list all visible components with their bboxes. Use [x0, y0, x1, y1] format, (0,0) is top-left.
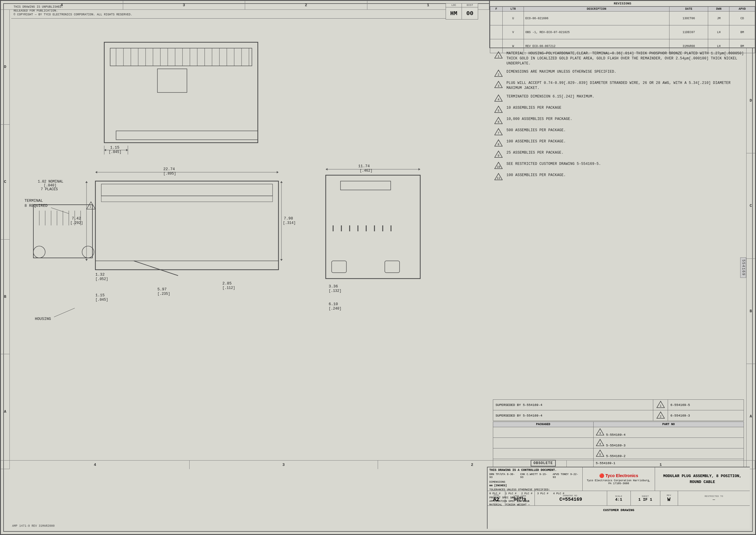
cage-value: 00779 — [514, 497, 526, 502]
rev-ltr: V — [502, 25, 524, 39]
note-symbol-9: 9 — [493, 150, 504, 158]
superseded-row-1: SUPERSEDED BY 5-554169-4 2 6-554169-3 — [493, 410, 744, 421]
svg-marker-27 — [126, 149, 128, 151]
drawing-container: 4 3 2 1 D C B A D C B A 4 3 2 1 THIS DRA… — [0, 0, 756, 535]
col-partno: PART NO — [593, 422, 743, 427]
dist-label: DIST — [462, 4, 478, 7]
svg-rect-55 — [332, 261, 346, 273]
rev-date: 11DEC07 — [669, 25, 708, 39]
controlled-doc-cell: THIS DRAWING IS A CONTROLLED DOCUMENT. D… — [488, 467, 583, 491]
svg-text:[.045]: [.045] — [109, 150, 122, 154]
svg-text:[.112]: [.112] — [222, 286, 235, 290]
part-nos-table: PACKAGED PART NO 3 5-554169-4 4 5-554169… — [493, 422, 744, 468]
sheet-cell: SHEET 1 IF 1 — [631, 491, 660, 505]
loc-label: LOC — [446, 4, 462, 7]
rev-col-ltr: LTR — [502, 7, 524, 12]
svg-text:5: 5 — [498, 109, 500, 113]
note-symbol-6: 6 — [493, 117, 504, 125]
revision-row: V OBS -1, REV-ECO-07-021025 11DEC07 LH B… — [490, 25, 755, 39]
header-block: THIS DRAWING IS UNPUBLISHED. RELEASED FO… — [11, 3, 472, 18]
loc-value: HM — [446, 7, 462, 19]
size-value: A2 — [493, 496, 500, 502]
note-text-4: TERMINATED DIMENSION 6.15[.242] MAXIMUM. — [506, 94, 594, 99]
partno-row-0: 3 5-554169-4 — [493, 427, 744, 438]
dist-value: 00 — [462, 7, 478, 19]
svg-text:7: 7 — [498, 132, 500, 135]
svg-text:22.74: 22.74 — [163, 167, 175, 171]
svg-rect-57 — [340, 181, 391, 190]
controlled-doc-text: THIS DRAWING IS A CONTROLLED DOCUMENT. — [489, 468, 580, 472]
svg-text:1.15: 1.15 — [95, 293, 104, 297]
drawing-no-value: C=554169 — [559, 497, 582, 502]
svg-text:[.240]: [.240] — [329, 307, 341, 311]
note-item-4: 4 TERMINATED DIMENSION 6.15[.242] MAXIMU… — [493, 94, 744, 102]
chk-info: CHK C.WHITT 9-15-93 — [520, 473, 550, 479]
svg-text:1.02 NOMINAL: 1.02 NOMINAL — [38, 180, 63, 184]
note-item-2: 2 DIMENSIONS ARE MAXIMUM UNLESS OTHERWIS… — [493, 70, 744, 77]
svg-text:1: 1 — [660, 405, 662, 408]
revisions-table: F LTR DESCRIPTION DATE DWN APVD U ECO-06… — [490, 7, 755, 53]
rev-f — [490, 25, 502, 39]
svg-text:HOUSING: HOUSING — [35, 317, 51, 321]
rev-col-dwn: DWN — [708, 7, 729, 12]
note-text-3: PLUG WILL ACCEPT 0.74-0.99[.029-.039] DI… — [506, 81, 744, 91]
scale-cell: SCALE 4:1 — [607, 491, 631, 505]
svg-text:TERMINAL: TERMINAL — [24, 199, 43, 203]
svg-text:6: 6 — [498, 121, 500, 124]
sup-text: SUPERSEDED BY 5-554169-4 — [493, 410, 653, 421]
sup-part: 6-554169-3 — [668, 410, 744, 421]
cage-cell: CAGE CODE 00779 — [505, 491, 535, 505]
note-text-9: 25 ASSEMBLIES PER PACKAGE. — [506, 150, 563, 155]
dim-label: DIMENSIONS — [489, 481, 580, 484]
restricted-value: — — [713, 497, 715, 502]
svg-text:7.98: 7.98 — [284, 216, 293, 221]
sup-text: SUPERSEDED BY 5-554169-4 — [493, 400, 653, 410]
part-name: MODULAR PLUG ASSEMBLY, 8 POSITION, ROUND… — [657, 473, 748, 485]
pkg-cell — [493, 438, 594, 448]
svg-text:7 PLACES: 7 PLACES — [41, 187, 58, 191]
note-symbol-8: 8 — [493, 139, 504, 147]
company-address: Tyco Electronics Corporation Harrisburg,… — [584, 479, 653, 485]
svg-text:7.42: 7.42 — [72, 216, 81, 221]
rev-description: OBS -1, REV-ECO-07-021025 — [524, 25, 669, 39]
pkg-cell — [493, 448, 594, 459]
note-item-11: 11 100 ASSEMBLIES PER PACKAGE. — [493, 173, 744, 181]
svg-text:10: 10 — [497, 165, 500, 169]
svg-marker-77 — [280, 259, 283, 261]
svg-line-33 — [134, 261, 178, 276]
svg-text:4: 4 — [498, 98, 500, 101]
svg-marker-69 — [85, 181, 88, 183]
svg-point-44 — [33, 246, 45, 258]
svg-rect-32 — [101, 196, 273, 202]
svg-text:5: 5 — [599, 453, 601, 456]
rev-apvd: CD — [729, 12, 755, 25]
note-item-8: 8 100 ASSEMBLIES PER PACKAGE. — [493, 139, 744, 147]
svg-marker-60 — [277, 171, 279, 173]
svg-text:1: 1 — [498, 55, 500, 58]
partno-row-1: 4 5-554169-3 — [493, 438, 744, 448]
superseded-table: SUPERSEDED BY 5-554169-4 1 6-554169-5 SU… — [493, 399, 744, 421]
svg-text:3: 3 — [498, 84, 500, 88]
sup-sym: 1 — [653, 400, 668, 410]
rev-col-date: DATE — [669, 7, 708, 12]
restricted-cell: RESTRICTED TO — — [678, 491, 750, 505]
svg-text:3.36: 3.36 — [329, 284, 338, 289]
rev-apvd: BM — [729, 25, 755, 39]
svg-text:2: 2 — [498, 73, 500, 76]
main-drawing: 1.15 [.045] — [16, 18, 468, 403]
note-text-1: MATERIAL: HOUSING—POLYCARBONATE,CLEAR. T… — [506, 51, 744, 66]
svg-text:[.132]: [.132] — [329, 289, 341, 293]
svg-marker-64 — [326, 168, 328, 170]
svg-text:1: 1 — [90, 205, 91, 209]
note-symbol-1: 1 — [493, 51, 504, 59]
svg-text:[.045]: [.045] — [95, 298, 108, 302]
rev-col-apvd: APVD — [729, 7, 755, 12]
svg-text:6.10: 6.10 — [329, 302, 338, 306]
zone-right-D: D — [746, 48, 755, 153]
note-symbol-4: 4 — [493, 94, 504, 102]
zone-A: A — [1, 354, 10, 469]
note-text-11: 100 ASSEMBLIES PER PACKAGE. — [506, 173, 566, 178]
sup-part: 6-554169-5 — [668, 400, 744, 410]
drn-info: DRN TP/UTA 8-30-93 — [489, 473, 517, 479]
note-symbol-3: 3 — [493, 81, 504, 88]
